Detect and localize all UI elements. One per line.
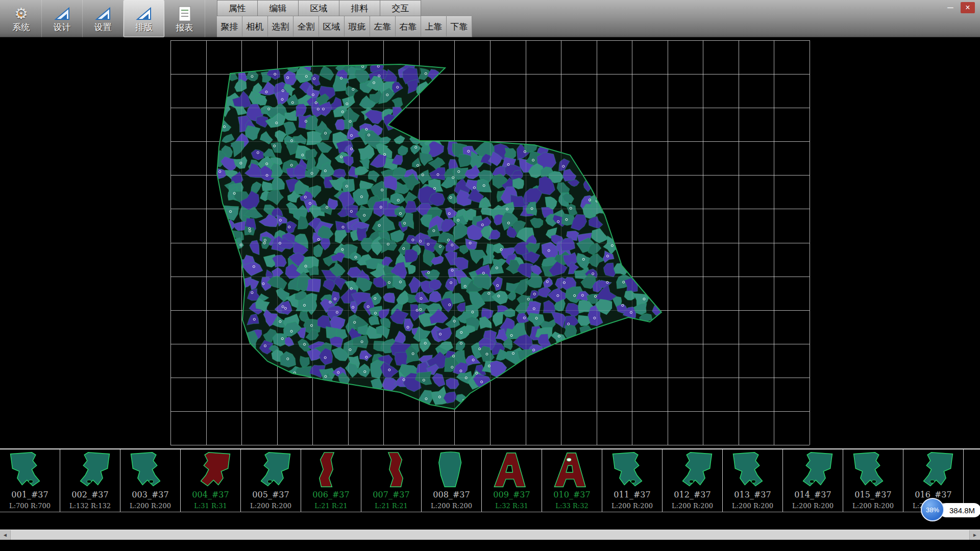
- piece-cell-010[interactable]: 010_#37 L:33 R:32: [542, 449, 602, 512]
- tab-properties[interactable]: 属性: [217, 0, 258, 16]
- piece-cell-011[interactable]: 011_#37 L:200 R:200: [602, 449, 663, 512]
- settings-icon: [94, 6, 112, 21]
- tab-interactive[interactable]: 交互: [380, 0, 421, 16]
- horizontal-scrollbar[interactable]: ◄ ►: [0, 530, 980, 540]
- button-cluster-nest[interactable]: 聚排: [217, 16, 242, 37]
- piece-thumbnail: [422, 451, 481, 490]
- piece-id: 003_#37: [120, 490, 180, 499]
- titlebar: ⚙ 系统 设计 设置 排版: [0, 0, 980, 37]
- piece-thumbnail: [361, 451, 421, 490]
- tab-nesting[interactable]: 排料: [339, 0, 380, 16]
- piece-counts: L:200 R:200: [783, 502, 843, 510]
- piece-counts: L:200 R:200: [723, 502, 782, 510]
- button-align-left[interactable]: 左靠: [370, 16, 396, 37]
- close-button[interactable]: ×: [961, 2, 975, 13]
- tab-region[interactable]: 区域: [299, 0, 339, 16]
- nest-canvas[interactable]: [0, 37, 980, 448]
- toolbar-report-button[interactable]: 报表: [164, 0, 205, 37]
- tab-edit[interactable]: 编辑: [258, 0, 299, 16]
- piece-thumbnail: [542, 451, 602, 490]
- piece-id: 010_#37: [542, 490, 602, 499]
- button-align-right[interactable]: 右靠: [396, 16, 421, 37]
- design-icon: [54, 6, 71, 21]
- piece-counts: L:200 R:200: [663, 502, 722, 510]
- piece-id: 014_#37: [783, 490, 843, 499]
- button-defect[interactable]: 瑕疵: [345, 16, 370, 37]
- piece-thumbnail: [181, 451, 240, 490]
- piece-counts: L:33 R:32: [542, 502, 602, 510]
- app-toolbar: ⚙ 系统 设计 设置 排版: [1, 0, 205, 37]
- piece-cell-002[interactable]: 002_#37 L:132 R:132: [60, 449, 120, 512]
- piece-thumbnail: [482, 451, 542, 490]
- piece-counts: L:200 R:200: [422, 502, 481, 510]
- scroll-left-icon[interactable]: ◄: [0, 530, 10, 540]
- button-area[interactable]: 区域: [319, 16, 345, 37]
- piece-counts: L:700 R:700: [0, 502, 60, 510]
- piece-thumbnail: [663, 451, 722, 490]
- piece-counts: L:21 R:21: [301, 502, 361, 510]
- scroll-right-icon[interactable]: ►: [970, 530, 980, 540]
- piece-thumbnail: [723, 451, 782, 490]
- piece-thumbnail: [0, 451, 60, 490]
- tool-row: 聚排 相机 选割 全割 区域 瑕疵 左靠 右靠 上靠 下靠: [217, 16, 472, 37]
- toolbar-system-label: 系统: [13, 23, 30, 32]
- piece-cell-008[interactable]: 008_#37 L:200 R:200: [422, 449, 482, 512]
- piece-counts: L:32 R:31: [482, 502, 542, 510]
- piece-cell-007[interactable]: 007_#37 L:21 R:21: [361, 449, 422, 512]
- minimize-button[interactable]: ─: [943, 2, 958, 13]
- piece-thumbnail: [60, 451, 120, 490]
- piece-id: 008_#37: [422, 490, 481, 499]
- piece-cell-005[interactable]: 005_#37 L:200 R:200: [241, 449, 301, 512]
- piece-id: 005_#37: [241, 490, 301, 499]
- piece-cell-004[interactable]: 004_#37 L:31 R:31: [181, 449, 241, 512]
- toolbar-design-button[interactable]: 设计: [42, 0, 83, 37]
- toolbar-nesting-button[interactable]: 排版: [124, 0, 164, 37]
- piece-cell-015[interactable]: 015_#37 L:200 R:200: [843, 449, 903, 512]
- piece-id: 012_#37: [663, 490, 722, 499]
- piece-id: 006_#37: [301, 490, 361, 499]
- piece-thumbnail: [843, 451, 903, 490]
- button-align-top[interactable]: 上靠: [421, 16, 447, 37]
- piece-id: 004_#37: [181, 490, 240, 499]
- toolbar-report-label: 报表: [176, 23, 193, 32]
- piece-id: 011_#37: [602, 490, 662, 499]
- menu-block: 属性 编辑 区域 排料 交互 聚排 相机 选割 全割 区域 瑕疵 左靠 右靠 上…: [217, 0, 472, 37]
- piece-id: 007_#37: [361, 490, 421, 499]
- toolbar-nesting-label: 排版: [135, 23, 153, 32]
- button-cut-all[interactable]: 全割: [293, 16, 319, 37]
- button-select-cut[interactable]: 选割: [268, 16, 293, 37]
- piece-counts: L:200 R:200: [602, 502, 662, 510]
- pieces-strip: 001_#37 L:700 R:700 002_#37 L:132 R:132 …: [0, 448, 980, 512]
- piece-thumbnail: [602, 451, 662, 490]
- piece-cell-012[interactable]: 012_#37 L:200 R:200: [663, 449, 723, 512]
- toolbar-settings-button[interactable]: 设置: [83, 0, 124, 37]
- piece-id: 009_#37: [482, 490, 542, 499]
- button-align-bottom[interactable]: 下靠: [447, 16, 472, 37]
- memory-pill: 384.8M: [939, 503, 980, 517]
- button-camera[interactable]: 相机: [242, 16, 268, 37]
- memory-value: 384.8M: [949, 506, 975, 515]
- piece-counts: L:31 R:31: [181, 502, 240, 510]
- piece-cell-014[interactable]: 014_#37 L:200 R:200: [783, 449, 843, 512]
- piece-counts: L:200 R:200: [843, 502, 903, 510]
- piece-id: 015_#37: [843, 490, 903, 499]
- piece-cell-006[interactable]: 006_#37 L:21 R:21: [301, 449, 361, 512]
- scrollbar-thumb[interactable]: [10, 530, 970, 540]
- piece-cell-009[interactable]: 009_#37 L:32 R:31: [482, 449, 542, 512]
- toolbar-system-button[interactable]: ⚙ 系统: [1, 0, 42, 37]
- toolbar-settings-label: 设置: [94, 23, 112, 32]
- piece-counts: L:200 R:200: [241, 502, 301, 510]
- progress-badge[interactable]: 38%: [921, 498, 944, 521]
- nesting-icon: [135, 6, 153, 21]
- piece-counts: L:21 R:21: [361, 502, 421, 510]
- piece-cell-003[interactable]: 003_#37 L:200 R:200: [120, 449, 181, 512]
- piece-id: 001_#37: [0, 490, 60, 499]
- piece-cell-013[interactable]: 013_#37 L:200 R:200: [723, 449, 783, 512]
- piece-id: 002_#37: [60, 490, 120, 499]
- piece-cell-001[interactable]: 001_#37 L:700 R:700: [0, 449, 60, 512]
- toolbar-design-label: 设计: [54, 23, 71, 32]
- piece-thumbnail: [783, 451, 843, 490]
- gear-icon: ⚙: [14, 6, 28, 21]
- piece-counts: L:200 R:200: [120, 502, 180, 510]
- piece-thumbnail: [301, 451, 361, 490]
